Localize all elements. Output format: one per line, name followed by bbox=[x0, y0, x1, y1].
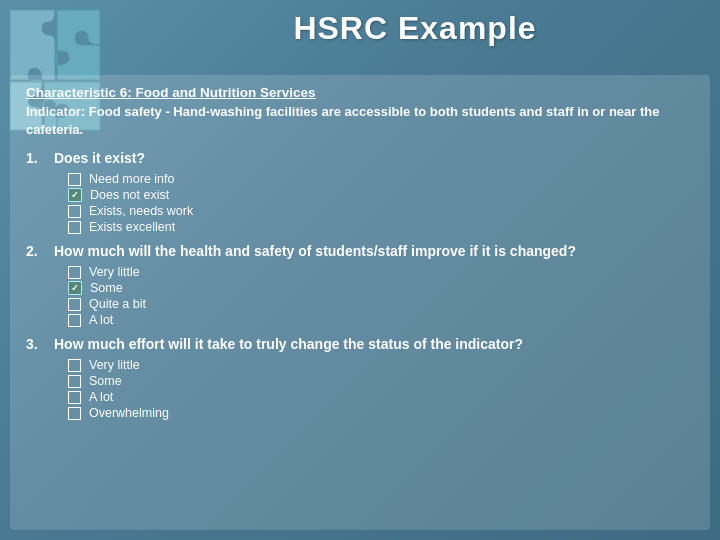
question-block-3: 3. How much effort will it take to truly… bbox=[26, 335, 694, 420]
background: HSRC Example Characteristic 6: Food and … bbox=[0, 0, 720, 540]
list-item: Quite a bit bbox=[68, 297, 694, 311]
list-item: Very little bbox=[68, 265, 694, 279]
option-label-2-1: Very little bbox=[89, 265, 140, 279]
question-text-1: Does it exist? bbox=[54, 149, 145, 168]
list-item: Need more info bbox=[68, 172, 694, 186]
option-label-3-2: Some bbox=[89, 374, 122, 388]
checkbox-2-2[interactable] bbox=[68, 281, 82, 295]
options-list-3: Very little Some A lot Overwhelming bbox=[68, 358, 694, 420]
option-label-1-4: Exists excellent bbox=[89, 220, 175, 234]
options-list-2: Very little Some Quite a bit A lot bbox=[68, 265, 694, 327]
checkbox-1-3[interactable] bbox=[68, 205, 81, 218]
option-label-2-4: A lot bbox=[89, 313, 113, 327]
list-item: Exists, needs work bbox=[68, 204, 694, 218]
checkbox-3-1[interactable] bbox=[68, 359, 81, 372]
option-label-1-3: Exists, needs work bbox=[89, 204, 193, 218]
checkbox-1-1[interactable] bbox=[68, 173, 81, 186]
option-label-2-2: Some bbox=[90, 281, 123, 295]
list-item: Some bbox=[68, 374, 694, 388]
option-label-2-3: Quite a bit bbox=[89, 297, 146, 311]
option-label-1-2: Does not exist bbox=[90, 188, 169, 202]
question-number-3: 3. bbox=[26, 335, 54, 352]
checkbox-1-4[interactable] bbox=[68, 221, 81, 234]
list-item: A lot bbox=[68, 390, 694, 404]
options-list-1: Need more info Does not exist Exists, ne… bbox=[68, 172, 694, 234]
option-label-3-1: Very little bbox=[89, 358, 140, 372]
indicator-label: Indicator: Food safety - Hand-washing fa… bbox=[26, 103, 694, 139]
option-label-1-1: Need more info bbox=[89, 172, 174, 186]
list-item: A lot bbox=[68, 313, 694, 327]
checkbox-2-3[interactable] bbox=[68, 298, 81, 311]
question-text-3: How much effort will it take to truly ch… bbox=[54, 335, 523, 354]
checkbox-3-3[interactable] bbox=[68, 391, 81, 404]
checkbox-2-1[interactable] bbox=[68, 266, 81, 279]
list-item: Does not exist bbox=[68, 188, 694, 202]
question-block-2: 2. How much will the health and safety o… bbox=[26, 242, 694, 327]
question-number-1: 1. bbox=[26, 149, 54, 166]
question-block-1: 1. Does it exist? Need more info Does no… bbox=[26, 149, 694, 234]
option-label-3-3: A lot bbox=[89, 390, 113, 404]
list-item: Some bbox=[68, 281, 694, 295]
option-label-3-4: Overwhelming bbox=[89, 406, 169, 420]
main-content: Characteristic 6: Food and Nutrition Ser… bbox=[10, 75, 710, 530]
checkbox-3-4[interactable] bbox=[68, 407, 81, 420]
list-item: Exists excellent bbox=[68, 220, 694, 234]
list-item: Overwhelming bbox=[68, 406, 694, 420]
checkbox-1-2[interactable] bbox=[68, 188, 82, 202]
list-item: Very little bbox=[68, 358, 694, 372]
question-text-2: How much will the health and safety of s… bbox=[54, 242, 576, 261]
checkbox-2-4[interactable] bbox=[68, 314, 81, 327]
characteristic-label: Characteristic 6: Food and Nutrition Ser… bbox=[26, 85, 694, 100]
page-title: HSRC Example bbox=[120, 10, 710, 47]
checkbox-3-2[interactable] bbox=[68, 375, 81, 388]
question-number-2: 2. bbox=[26, 242, 54, 259]
title-bar: HSRC Example bbox=[120, 10, 710, 47]
